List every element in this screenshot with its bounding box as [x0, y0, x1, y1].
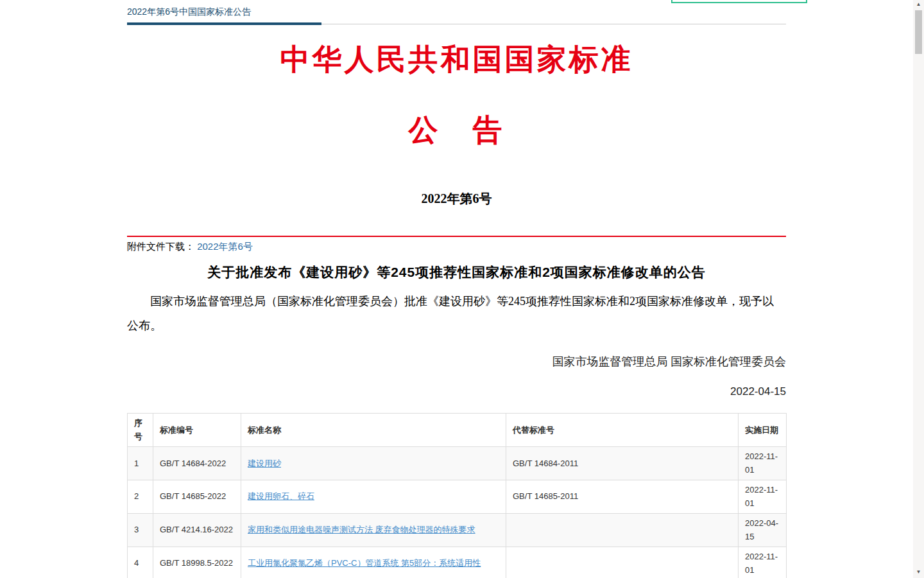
red-divider-line [127, 236, 786, 237]
standards-table-wrapper: 序号 标准编号 标准名称 代替标准号 实施日期 1GB/T 14684-2022… [127, 413, 786, 578]
cell-replaces: GB/T 14685-2011 [506, 480, 739, 513]
cell-code: GB/T 4214.16-2022 [153, 513, 241, 547]
table-row: 2GB/T 14685-2022建设用卵石、碎石GB/T 14685-20112… [128, 480, 787, 513]
standards-table-rows: 1GB/T 14684-2022建设用砂GB/T 14684-20112022-… [128, 446, 787, 578]
cell-seq: 4 [128, 547, 153, 578]
cell-name: 工业用氯化聚氯乙烯（PVC-C）管道系统 第5部分：系统适用性 [241, 547, 506, 578]
page: 2022年第6号中国国家标准公告 中华人民共和国国家标准 公 告 2022年第6… [0, 0, 924, 578]
cell-impl-date: 2022-04-15 [739, 513, 787, 547]
scrollbar[interactable]: ▲ ▼ [913, 0, 924, 578]
cell-seq: 2 [128, 480, 153, 513]
attachment-link[interactable]: 2022年第6号 [197, 241, 253, 252]
header-name: 标准名称 [241, 414, 506, 447]
cell-name: 建设用卵石、碎石 [241, 480, 506, 513]
table-header-row: 序号 标准编号 标准名称 代替标准号 实施日期 [128, 414, 787, 447]
issue-date: 2022-04-15 [127, 385, 786, 398]
cell-code: GB/T 14685-2022 [153, 480, 241, 513]
header-impl-date: 实施日期 [739, 414, 787, 447]
standard-name-link[interactable]: 建设用砂 [248, 459, 281, 468]
header-replaces: 代替标准号 [506, 414, 739, 447]
page-subtitle: 公 告 [127, 110, 786, 150]
cell-impl-date: 2022-11-01 [739, 446, 787, 480]
cell-seq: 3 [128, 513, 153, 547]
cell-impl-date: 2022-11-01 [739, 547, 787, 578]
cell-code: GB/T 18998.5-2022 [153, 547, 241, 578]
tab-active-indicator [127, 22, 321, 25]
cell-impl-date: 2022-11-01 [739, 480, 787, 513]
page-title: 中华人民共和国国家标准 [127, 40, 786, 80]
content-area: 2022年第6号中国国家标准公告 中华人民共和国国家标准 公 告 2022年第6… [127, 0, 786, 578]
cell-replaces [506, 513, 739, 547]
scroll-down-arrow[interactable]: ▼ [913, 568, 924, 577]
standard-name-link[interactable]: 家用和类似用途电器噪声测试方法 废弃食物处理器的特殊要求 [248, 525, 475, 534]
standard-name-link[interactable]: 工业用氯化聚氯乙烯（PVC-C）管道系统 第5部分：系统适用性 [248, 558, 481, 568]
cell-name: 家用和类似用途电器噪声测试方法 废弃食物处理器的特殊要求 [241, 513, 506, 547]
issuing-authorities: 国家市场监督管理总局 国家标准化管理委员会 [127, 354, 786, 369]
notice-body: 国家市场监督管理总局（国家标准化管理委员会）批准《建设用砂》等245项推荐性国家… [127, 289, 782, 338]
table-row: 3GB/T 4214.16-2022家用和类似用途电器噪声测试方法 废弃食物处理… [128, 513, 787, 547]
cell-seq: 1 [128, 446, 153, 480]
table-row: 4GB/T 18998.5-2022工业用氯化聚氯乙烯（PVC-C）管道系统 第… [128, 547, 787, 578]
standards-table: 序号 标准编号 标准名称 代替标准号 实施日期 1GB/T 14684-2022… [127, 413, 787, 578]
cell-replaces [506, 547, 739, 578]
attachment-label: 附件文件下载： [127, 241, 194, 252]
header-code: 标准编号 [153, 414, 241, 447]
attachment-row: 附件文件下载： 2022年第6号 [127, 241, 253, 253]
header-seq: 序号 [128, 414, 153, 447]
scrollbar-thumb[interactable] [915, 10, 922, 54]
cell-name: 建设用砂 [241, 446, 506, 480]
notice-title: 关于批准发布《建设用砂》等245项推荐性国家标准和2项国家标准修改单的公告 [127, 263, 786, 281]
table-row: 1GB/T 14684-2022建设用砂GB/T 14684-20112022-… [128, 446, 787, 480]
scroll-up-arrow[interactable]: ▲ [913, 0, 924, 9]
cell-code: GB/T 14684-2022 [153, 446, 241, 480]
tab-standard-announcement[interactable]: 2022年第6号中国国家标准公告 [127, 6, 251, 18]
issue-number: 2022年第6号 [127, 190, 786, 207]
cell-replaces: GB/T 14684-2011 [506, 446, 739, 480]
standard-name-link[interactable]: 建设用卵石、碎石 [248, 491, 314, 501]
